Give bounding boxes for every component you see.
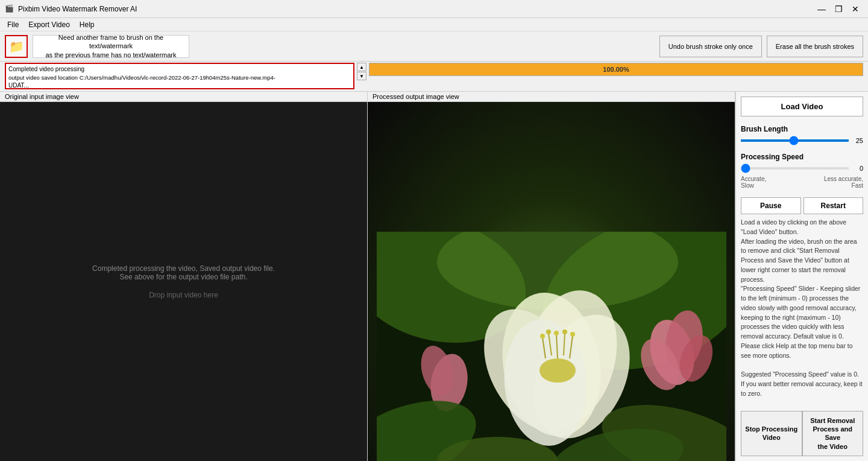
app-container: 📁 Need another frame to brush on the tex… [0, 31, 868, 461]
bottom-buttons: Stop ProcessingVideo Start RemovalProces… [741, 411, 863, 456]
undo-brush-button[interactable]: Undo brush stroke only once [659, 36, 762, 57]
minimize-button[interactable]: — [814, 3, 829, 15]
progress-bar-container: 100.00% [369, 63, 863, 76]
start-removal-button[interactable]: Start RemovalProcess and Savethe Video [802, 411, 864, 456]
progress-bar-fill: 100.00% [370, 63, 863, 75]
folder-icon: 📁 [9, 39, 24, 54]
log-line-3: UDAT... [8, 81, 351, 89]
left-panel-label: Original input image view [0, 92, 367, 102]
title-bar: 🎬 Pixbim Video Watermark Remover AI — ❐ … [0, 0, 868, 18]
right-panel: Processed output image view [368, 92, 735, 461]
processing-speed-slider-container: 0 [741, 165, 863, 172]
flower-image [377, 232, 726, 461]
drop-zone-text: Drop input video here [149, 291, 218, 299]
erase-strokes-button[interactable]: Erase all the brush strokes [767, 36, 863, 57]
load-video-button[interactable]: Load Video [741, 97, 863, 116]
open-folder-button[interactable]: 📁 [5, 35, 28, 58]
stop-processing-button[interactable]: Stop ProcessingVideo [741, 411, 802, 456]
pause-button[interactable]: Pause [741, 197, 801, 214]
left-panel: Original input image view Completed proc… [0, 92, 368, 461]
processing-speed-value: 0 [851, 165, 863, 172]
progress-area: Completed video processing output video … [0, 62, 868, 92]
restore-button[interactable]: ❐ [831, 3, 846, 15]
app-title: Pixbim Video Watermark Remover AI [18, 5, 814, 13]
toolbar-message: Need another frame to brush on the text/… [33, 35, 189, 58]
brush-length-value: 25 [851, 137, 863, 144]
speed-label-left: Accurate,Slow [741, 176, 766, 189]
processing-speed-label: Processing Speed [741, 153, 863, 161]
left-panel-content: Completed processing the video, Saved ou… [0, 102, 367, 461]
scroll-up-button[interactable]: ▲ [357, 63, 366, 71]
menu-export-video[interactable]: Export Video [24, 19, 75, 30]
svg-point-23 [554, 331, 559, 335]
menu-file[interactable]: File [2, 19, 24, 30]
processed-output-view [368, 102, 735, 461]
content-area: Original input image view Completed proc… [0, 92, 868, 461]
svg-point-22 [546, 329, 551, 334]
menu-help[interactable]: Help [75, 19, 99, 30]
speed-label-right: Less accurate,Fast [824, 176, 863, 189]
scroll-buttons: ▲ ▼ [357, 63, 366, 90]
svg-point-24 [562, 329, 567, 334]
log-line-2: output video saved location C:/Users/mad… [8, 74, 351, 81]
window-controls: — ❐ ✕ [814, 3, 863, 15]
menu-bar: File Export Video Help [0, 18, 868, 31]
brush-length-slider[interactable] [741, 139, 849, 142]
app-icon: 🎬 [5, 4, 14, 14]
toolbar-message-text: Need another frame to brush on the text/… [38, 33, 184, 59]
scroll-down-button[interactable]: ▼ [357, 72, 366, 80]
help-text: Load a video by clicking on the above "L… [741, 218, 863, 405]
toolbar: 📁 Need another frame to brush on the tex… [0, 31, 868, 62]
processing-speed-slider[interactable] [741, 167, 849, 170]
restart-button[interactable]: Restart [804, 197, 864, 214]
brush-length-slider-container: 25 [741, 137, 863, 144]
svg-point-21 [540, 334, 545, 339]
log-line-1: Completed video processing [8, 65, 351, 74]
close-button[interactable]: ✕ [848, 3, 863, 15]
log-box: Completed video processing output video … [5, 63, 354, 89]
svg-point-15 [539, 358, 576, 383]
completion-message: Completed processing the video, Saved ou… [92, 264, 275, 281]
brush-length-label: Brush Length [741, 125, 863, 133]
speed-labels: Accurate,Slow Less accurate,Fast [741, 176, 863, 189]
progress-percent: 100.00% [603, 66, 629, 73]
pause-restart-row: Pause Restart [741, 197, 863, 214]
svg-point-25 [570, 332, 575, 337]
right-panel-label: Processed output image view [368, 92, 735, 102]
sidebar: Load Video Brush Length 25 Processing Sp… [735, 92, 868, 461]
